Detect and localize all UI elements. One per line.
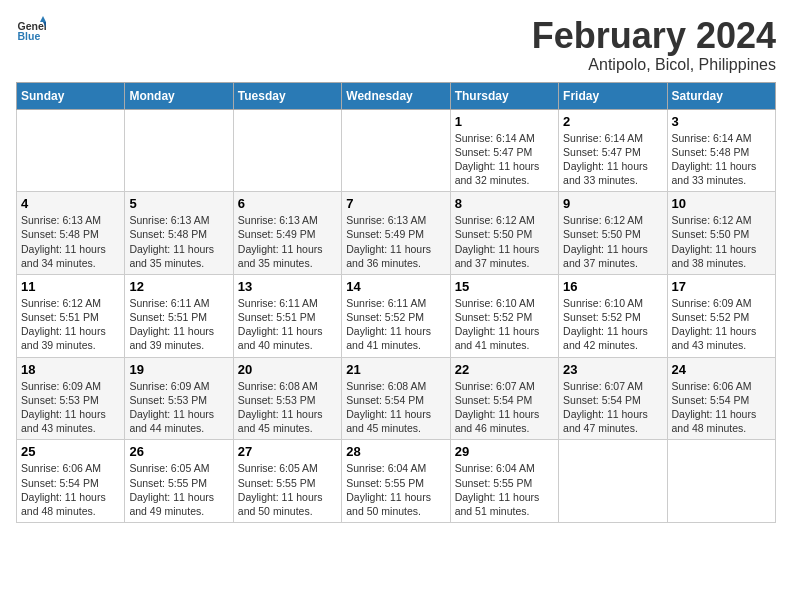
day-info: Sunrise: 6:08 AMSunset: 5:54 PMDaylight:…: [346, 379, 445, 436]
svg-text:Blue: Blue: [18, 30, 41, 42]
calendar-cell: 1Sunrise: 6:14 AMSunset: 5:47 PMDaylight…: [450, 109, 558, 192]
day-info: Sunrise: 6:12 AMSunset: 5:50 PMDaylight:…: [563, 213, 662, 270]
day-info: Sunrise: 6:10 AMSunset: 5:52 PMDaylight:…: [455, 296, 554, 353]
day-info: Sunrise: 6:09 AMSunset: 5:52 PMDaylight:…: [672, 296, 771, 353]
day-number: 13: [238, 279, 337, 294]
logo: General Blue: [16, 16, 46, 46]
day-info: Sunrise: 6:13 AMSunset: 5:48 PMDaylight:…: [21, 213, 120, 270]
day-of-week-header: Saturday: [667, 82, 775, 109]
day-number: 1: [455, 114, 554, 129]
day-number: 10: [672, 196, 771, 211]
day-info: Sunrise: 6:10 AMSunset: 5:52 PMDaylight:…: [563, 296, 662, 353]
day-number: 25: [21, 444, 120, 459]
day-info: Sunrise: 6:08 AMSunset: 5:53 PMDaylight:…: [238, 379, 337, 436]
day-info: Sunrise: 6:12 AMSunset: 5:50 PMDaylight:…: [672, 213, 771, 270]
calendar-cell: 18Sunrise: 6:09 AMSunset: 5:53 PMDayligh…: [17, 357, 125, 440]
calendar-cell: 3Sunrise: 6:14 AMSunset: 5:48 PMDaylight…: [667, 109, 775, 192]
day-info: Sunrise: 6:13 AMSunset: 5:49 PMDaylight:…: [346, 213, 445, 270]
calendar-cell: 14Sunrise: 6:11 AMSunset: 5:52 PMDayligh…: [342, 274, 450, 357]
day-number: 7: [346, 196, 445, 211]
day-info: Sunrise: 6:06 AMSunset: 5:54 PMDaylight:…: [21, 461, 120, 518]
day-number: 12: [129, 279, 228, 294]
day-number: 14: [346, 279, 445, 294]
calendar-cell: 10Sunrise: 6:12 AMSunset: 5:50 PMDayligh…: [667, 192, 775, 275]
calendar-cell: 26Sunrise: 6:05 AMSunset: 5:55 PMDayligh…: [125, 440, 233, 523]
calendar-cell: 28Sunrise: 6:04 AMSunset: 5:55 PMDayligh…: [342, 440, 450, 523]
calendar-cell: 6Sunrise: 6:13 AMSunset: 5:49 PMDaylight…: [233, 192, 341, 275]
day-info: Sunrise: 6:14 AMSunset: 5:48 PMDaylight:…: [672, 131, 771, 188]
day-number: 4: [21, 196, 120, 211]
calendar-cell: 15Sunrise: 6:10 AMSunset: 5:52 PMDayligh…: [450, 274, 558, 357]
day-number: 20: [238, 362, 337, 377]
day-info: Sunrise: 6:12 AMSunset: 5:51 PMDaylight:…: [21, 296, 120, 353]
sub-title: Antipolo, Bicol, Philippines: [532, 56, 776, 74]
calendar-cell: [125, 109, 233, 192]
day-info: Sunrise: 6:09 AMSunset: 5:53 PMDaylight:…: [21, 379, 120, 436]
main-title: February 2024: [532, 16, 776, 56]
calendar-cell: 12Sunrise: 6:11 AMSunset: 5:51 PMDayligh…: [125, 274, 233, 357]
day-info: Sunrise: 6:06 AMSunset: 5:54 PMDaylight:…: [672, 379, 771, 436]
calendar-cell: [559, 440, 667, 523]
day-number: 3: [672, 114, 771, 129]
calendar-cell: 11Sunrise: 6:12 AMSunset: 5:51 PMDayligh…: [17, 274, 125, 357]
day-info: Sunrise: 6:11 AMSunset: 5:51 PMDaylight:…: [238, 296, 337, 353]
day-of-week-header: Monday: [125, 82, 233, 109]
day-info: Sunrise: 6:05 AMSunset: 5:55 PMDaylight:…: [129, 461, 228, 518]
day-info: Sunrise: 6:05 AMSunset: 5:55 PMDaylight:…: [238, 461, 337, 518]
calendar-cell: 22Sunrise: 6:07 AMSunset: 5:54 PMDayligh…: [450, 357, 558, 440]
day-info: Sunrise: 6:04 AMSunset: 5:55 PMDaylight:…: [346, 461, 445, 518]
calendar-cell: 17Sunrise: 6:09 AMSunset: 5:52 PMDayligh…: [667, 274, 775, 357]
day-number: 9: [563, 196, 662, 211]
calendar-cell: 9Sunrise: 6:12 AMSunset: 5:50 PMDaylight…: [559, 192, 667, 275]
calendar-cell: 13Sunrise: 6:11 AMSunset: 5:51 PMDayligh…: [233, 274, 341, 357]
calendar-cell: 20Sunrise: 6:08 AMSunset: 5:53 PMDayligh…: [233, 357, 341, 440]
calendar-cell: 25Sunrise: 6:06 AMSunset: 5:54 PMDayligh…: [17, 440, 125, 523]
day-number: 19: [129, 362, 228, 377]
calendar-week-row: 18Sunrise: 6:09 AMSunset: 5:53 PMDayligh…: [17, 357, 776, 440]
day-info: Sunrise: 6:13 AMSunset: 5:48 PMDaylight:…: [129, 213, 228, 270]
calendar-cell: 27Sunrise: 6:05 AMSunset: 5:55 PMDayligh…: [233, 440, 341, 523]
day-number: 27: [238, 444, 337, 459]
day-info: Sunrise: 6:11 AMSunset: 5:52 PMDaylight:…: [346, 296, 445, 353]
day-number: 18: [21, 362, 120, 377]
calendar-cell: 2Sunrise: 6:14 AMSunset: 5:47 PMDaylight…: [559, 109, 667, 192]
day-number: 26: [129, 444, 228, 459]
title-section: February 2024 Antipolo, Bicol, Philippin…: [532, 16, 776, 74]
day-number: 8: [455, 196, 554, 211]
calendar-cell: 24Sunrise: 6:06 AMSunset: 5:54 PMDayligh…: [667, 357, 775, 440]
calendar-cell: 23Sunrise: 6:07 AMSunset: 5:54 PMDayligh…: [559, 357, 667, 440]
calendar-table: SundayMondayTuesdayWednesdayThursdayFrid…: [16, 82, 776, 523]
calendar-cell: [342, 109, 450, 192]
day-number: 5: [129, 196, 228, 211]
calendar-cell: [667, 440, 775, 523]
day-number: 17: [672, 279, 771, 294]
calendar-cell: 29Sunrise: 6:04 AMSunset: 5:55 PMDayligh…: [450, 440, 558, 523]
calendar-cell: 7Sunrise: 6:13 AMSunset: 5:49 PMDaylight…: [342, 192, 450, 275]
day-number: 15: [455, 279, 554, 294]
day-of-week-header: Friday: [559, 82, 667, 109]
calendar-cell: 21Sunrise: 6:08 AMSunset: 5:54 PMDayligh…: [342, 357, 450, 440]
day-info: Sunrise: 6:07 AMSunset: 5:54 PMDaylight:…: [455, 379, 554, 436]
day-number: 22: [455, 362, 554, 377]
day-number: 23: [563, 362, 662, 377]
calendar-week-row: 4Sunrise: 6:13 AMSunset: 5:48 PMDaylight…: [17, 192, 776, 275]
day-number: 11: [21, 279, 120, 294]
day-info: Sunrise: 6:09 AMSunset: 5:53 PMDaylight:…: [129, 379, 228, 436]
day-number: 24: [672, 362, 771, 377]
calendar-week-row: 11Sunrise: 6:12 AMSunset: 5:51 PMDayligh…: [17, 274, 776, 357]
day-of-week-header: Wednesday: [342, 82, 450, 109]
calendar-cell: [233, 109, 341, 192]
day-number: 16: [563, 279, 662, 294]
day-number: 29: [455, 444, 554, 459]
day-info: Sunrise: 6:13 AMSunset: 5:49 PMDaylight:…: [238, 213, 337, 270]
day-number: 28: [346, 444, 445, 459]
logo-icon: General Blue: [16, 16, 46, 46]
day-of-week-header: Tuesday: [233, 82, 341, 109]
day-info: Sunrise: 6:12 AMSunset: 5:50 PMDaylight:…: [455, 213, 554, 270]
calendar-cell: 4Sunrise: 6:13 AMSunset: 5:48 PMDaylight…: [17, 192, 125, 275]
day-of-week-header: Thursday: [450, 82, 558, 109]
header: General Blue February 2024 Antipolo, Bic…: [16, 16, 776, 74]
calendar-header-row: SundayMondayTuesdayWednesdayThursdayFrid…: [17, 82, 776, 109]
day-number: 2: [563, 114, 662, 129]
day-info: Sunrise: 6:11 AMSunset: 5:51 PMDaylight:…: [129, 296, 228, 353]
